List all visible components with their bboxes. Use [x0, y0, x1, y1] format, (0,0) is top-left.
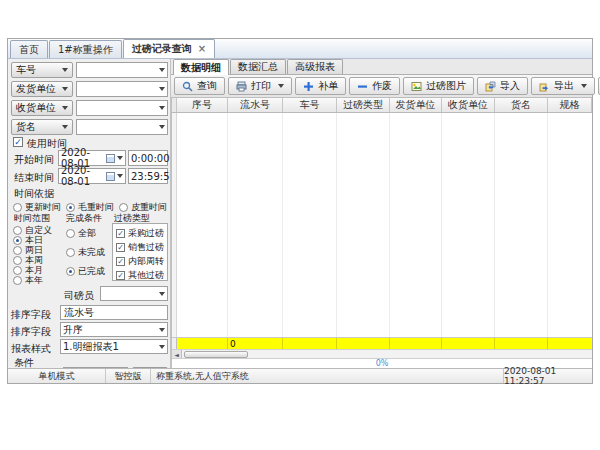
- report-style-select[interactable]: 1.明细报表1: [60, 339, 168, 354]
- filter-field-label: 收货单位: [16, 101, 56, 115]
- weigh-type-option[interactable]: ✓采购过磅: [116, 227, 164, 240]
- toolbar-import-button[interactable]: 导入: [477, 77, 528, 95]
- checkbox-icon[interactable]: ✓: [116, 229, 125, 238]
- radio-icon[interactable]: [119, 203, 128, 212]
- end-date-value: 2020-08-01: [61, 165, 104, 187]
- radio-label: 皮重时间: [128, 202, 167, 212]
- data-panel: 数据明细数据汇总高级报表 查询打印补单作废过磅图片导入导出设置 序号流水号车号过…: [171, 59, 592, 368]
- weigh-type-label: 内部周转: [125, 256, 164, 266]
- sort-field-input[interactable]: 流水号: [60, 305, 168, 320]
- summary-cell: 0: [228, 338, 283, 349]
- checkbox-icon[interactable]: ✓: [116, 257, 125, 266]
- toolbar-button-label: 作废: [372, 79, 392, 93]
- time-basis-option[interactable]: 皮重时间: [119, 201, 167, 214]
- filter-value-combobox[interactable]: [76, 62, 168, 78]
- radio-icon[interactable]: [66, 229, 75, 238]
- start-time-value: 0:00:00: [131, 153, 170, 164]
- radio-icon[interactable]: [13, 203, 22, 212]
- grid-column-header[interactable]: 收货单位: [442, 98, 495, 112]
- grid-column-header[interactable]: 发货单位: [390, 98, 442, 112]
- completion-option[interactable]: 未完成: [66, 246, 105, 259]
- toolbar-plus-button[interactable]: 补单: [295, 77, 346, 95]
- filter-value-combobox[interactable]: [76, 81, 168, 97]
- toolbar-export-button[interactable]: 导出: [531, 77, 595, 95]
- report-style-row: 报表样式 1.明细报表1: [8, 339, 171, 354]
- chevron-down-icon[interactable]: [278, 84, 284, 88]
- condition-attr-row: 条件属性 车号 添加: [8, 367, 171, 368]
- time-basis-option[interactable]: 毛重时间: [66, 201, 114, 214]
- close-icon[interactable]: ×: [196, 44, 206, 54]
- chevron-down-icon: [62, 87, 68, 91]
- radio-label: 更新时间: [22, 202, 61, 212]
- data-tab-3[interactable]: 高级报表: [287, 59, 343, 74]
- radio-icon[interactable]: [66, 267, 75, 276]
- start-date-picker[interactable]: 2020-08-01: [58, 150, 126, 166]
- main-tab-1[interactable]: 首页: [10, 40, 48, 58]
- scrollbar-thumb[interactable]: [184, 351, 248, 358]
- chevron-down-icon: [62, 106, 68, 110]
- main-tab-3[interactable]: 过磅记录查询×: [123, 39, 215, 58]
- toolbar-printer-button[interactable]: 打印: [228, 77, 292, 95]
- chevron-down-icon: [159, 87, 165, 91]
- grid-body-column: [548, 113, 592, 337]
- time-basis-option[interactable]: 更新时间: [13, 201, 61, 214]
- filter-field-select[interactable]: 货名: [11, 119, 73, 135]
- start-time-spinner[interactable]: 0:00:00 ▲▼: [128, 150, 168, 166]
- grid-body-column: [228, 113, 283, 337]
- radio-icon[interactable]: [13, 276, 22, 285]
- filter-value-combobox[interactable]: [76, 100, 168, 116]
- status-mode: 单机模式: [8, 369, 106, 383]
- filter-row-4: 货名: [8, 119, 171, 135]
- weigh-type-option[interactable]: ✓其他过磅: [116, 269, 164, 282]
- sort-order-row: 排序字段 升序: [8, 322, 171, 337]
- grid-column-header[interactable]: 序号: [177, 98, 228, 112]
- chevron-down-icon: [117, 174, 123, 178]
- calendar-icon[interactable]: [106, 154, 115, 163]
- add-condition-button[interactable]: 添加: [132, 367, 168, 368]
- horizontal-scrollbar[interactable]: ◄: [172, 349, 592, 358]
- toolbar-minus-button[interactable]: 作废: [349, 77, 400, 95]
- weigh-type-option[interactable]: ✓内部周转: [116, 255, 164, 268]
- grid-column-header[interactable]: 流水号: [228, 98, 283, 112]
- time-range-option[interactable]: 本年: [13, 274, 43, 287]
- checkbox-icon[interactable]: ✓: [116, 271, 125, 280]
- grid-column-header[interactable]: 货名: [495, 98, 548, 112]
- toolbar-search-button[interactable]: 查询: [174, 77, 225, 95]
- use-time-checkbox[interactable]: ✓: [13, 137, 23, 147]
- grid-column-header[interactable]: 过磅类型: [337, 98, 390, 112]
- end-time-spinner[interactable]: 23:59:59 ▲▼: [128, 168, 168, 184]
- query-filter-panel: 车号发货单位收货单位货名 ✓ 使用时间 开始时间 2020-08-01 0:00…: [8, 59, 171, 368]
- toolbar-image-button[interactable]: 过磅图片: [403, 77, 474, 95]
- grid-body[interactable]: [172, 113, 592, 337]
- end-time-label: 结束时间: [14, 171, 54, 185]
- completion-option[interactable]: 全部: [66, 227, 96, 240]
- toolbar-button-label: 补单: [318, 79, 338, 93]
- records-grid: 序号流水号车号过磅类型发货单位收货单位货名规格 0 ◄ 0%: [171, 98, 592, 368]
- weigher-select[interactable]: [100, 286, 168, 301]
- end-time-row: 结束时间 2020-08-01 23:59:59 ▲▼: [8, 168, 171, 184]
- filter-field-select[interactable]: 收货单位: [11, 100, 73, 116]
- radio-icon[interactable]: [66, 248, 75, 257]
- radio-label: 毛重时间: [75, 202, 114, 212]
- main-tab-2[interactable]: 1#称重操作: [49, 40, 122, 58]
- completion-option[interactable]: 已完成: [66, 265, 105, 278]
- sort-order-select[interactable]: 升序: [60, 322, 168, 337]
- status-datetime: 2020-08-01 11:23:57: [504, 369, 592, 383]
- data-tab-1[interactable]: 数据明细: [173, 59, 229, 75]
- chevron-down-icon: [117, 156, 123, 160]
- checkbox-icon[interactable]: ✓: [116, 243, 125, 252]
- data-tab-2[interactable]: 数据汇总: [230, 59, 286, 74]
- grid-column-header[interactable]: 规格: [548, 98, 592, 112]
- summary-cell: [337, 338, 390, 349]
- filter-field-select[interactable]: 车号: [11, 62, 73, 78]
- radio-icon[interactable]: [66, 203, 75, 212]
- end-date-picker[interactable]: 2020-08-01: [58, 168, 126, 184]
- chevron-down-icon[interactable]: [581, 84, 587, 88]
- chevron-down-icon: [62, 125, 68, 129]
- condition-attr-select[interactable]: 车号: [63, 367, 128, 368]
- grid-column-header[interactable]: 车号: [283, 98, 337, 112]
- filter-field-select[interactable]: 发货单位: [11, 81, 73, 97]
- weigh-type-option[interactable]: ✓销售过磅: [116, 241, 164, 254]
- calendar-icon[interactable]: [106, 172, 115, 181]
- filter-value-combobox[interactable]: [76, 119, 168, 135]
